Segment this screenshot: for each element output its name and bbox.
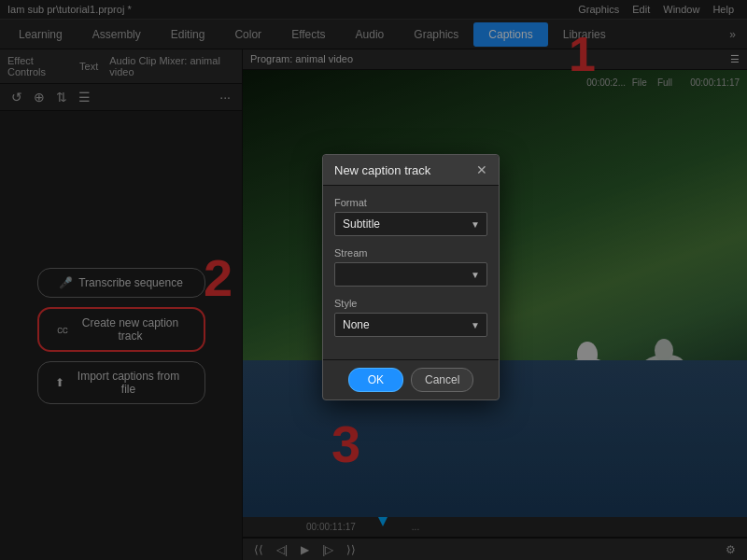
style-select[interactable]: None bbox=[334, 313, 487, 337]
dialog-title-text: New caption track bbox=[334, 163, 430, 177]
dialog-close-button[interactable]: ✕ bbox=[476, 162, 487, 177]
format-select[interactable]: Subtitle bbox=[334, 212, 487, 236]
new-caption-track-dialog: New caption track ✕ Format Subtitle ▼ S bbox=[322, 154, 500, 400]
stream-label: Stream bbox=[334, 247, 487, 259]
dialog-overlay: New caption track ✕ Format Subtitle ▼ S bbox=[0, 0, 747, 560]
stream-field: Stream ▼ bbox=[334, 247, 487, 287]
page-container: 1 2 3 Iam sub pr\tutorial1.prproj * Grap… bbox=[0, 0, 747, 560]
dialog-ok-button[interactable]: OK bbox=[348, 368, 403, 392]
format-select-wrapper: Subtitle ▼ bbox=[334, 212, 487, 236]
style-label: Style bbox=[334, 298, 487, 309]
format-label: Format bbox=[334, 197, 487, 208]
stream-select-wrapper: ▼ bbox=[334, 262, 487, 287]
dialog-cancel-button[interactable]: Cancel bbox=[411, 368, 473, 392]
dialog-body: Format Subtitle ▼ Stream bbox=[323, 186, 499, 359]
stream-select[interactable] bbox=[334, 262, 487, 287]
style-select-wrapper: None ▼ bbox=[334, 313, 487, 337]
dialog-title-bar: New caption track ✕ bbox=[323, 155, 499, 186]
format-field: Format Subtitle ▼ bbox=[334, 197, 487, 236]
dialog-footer: OK Cancel bbox=[323, 359, 499, 399]
style-field: Style None ▼ bbox=[334, 298, 487, 337]
